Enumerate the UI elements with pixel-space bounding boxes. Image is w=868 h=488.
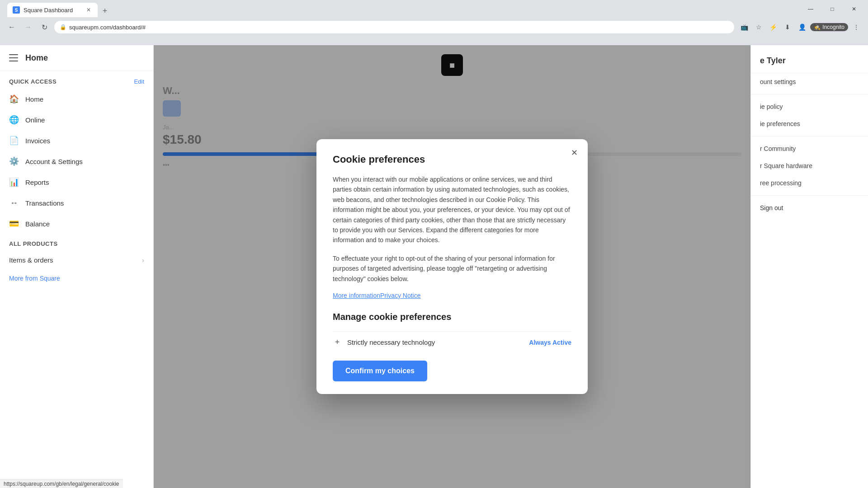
hamburger-menu[interactable] [9, 52, 20, 63]
hamburger-line [9, 61, 18, 61]
expand-cookie-icon[interactable]: + [333, 338, 342, 347]
page: Home Quick access Edit 🏠 Home 🌐 Online 📄… [0, 45, 868, 488]
modal-body: Cookie preferences When you interact wit… [316, 139, 588, 394]
transactions-icon: ↔️ [9, 198, 19, 208]
sidebar-item-home[interactable]: 🏠 Home [0, 89, 153, 109]
sidebar-item-items-orders-label: Items & orders [9, 256, 53, 264]
modal-links: More information Privacy Notice [333, 292, 571, 299]
menu-icon[interactable]: ⋮ [850, 21, 863, 33]
sidebar-item-transactions-label: Transactions [25, 199, 64, 207]
refresh-button[interactable]: ↻ [38, 21, 51, 33]
panel-divider-3 [751, 195, 868, 196]
sidebar: Home Quick access Edit 🏠 Home 🌐 Online 📄… [0, 45, 154, 488]
tab-close-button[interactable]: ✕ [85, 6, 92, 14]
manage-cookies-title: Manage cookie preferences [333, 312, 571, 322]
forward-button[interactable]: → [22, 21, 34, 33]
right-panel-title: e Tyler [751, 52, 868, 73]
panel-item-cookie-policy[interactable]: ie policy [751, 98, 868, 115]
panel-divider [751, 94, 868, 94]
main-content: ■ W... Ja... $15.80 ••• ✕ Cookie prefere… [154, 45, 750, 488]
url-text: squareupm.com/dashboard/# [69, 24, 146, 31]
cookie-item-label: Strictly necessary technology [347, 338, 435, 346]
gear-icon: ⚙️ [9, 156, 19, 166]
modal-paragraph2: To effectuate your right to opt-out of t… [333, 253, 571, 284]
more-information-link[interactable]: More information [333, 292, 380, 299]
status-bar: https://squareup.com/gb/en/legal/general… [0, 479, 123, 488]
tab-favicon: S [13, 6, 20, 14]
cookie-preferences-modal: ✕ Cookie preferences When you interact w… [316, 139, 588, 394]
edit-link[interactable]: Edit [134, 78, 144, 85]
screen-cast-icon[interactable]: 📺 [738, 21, 750, 33]
hamburger-line [9, 57, 18, 58]
address-bar[interactable]: 🔒 squareupm.com/dashboard/# [54, 21, 734, 33]
home-icon: 🏠 [9, 94, 19, 104]
cookie-item-necessary: + Strictly necessary technology Always A… [333, 331, 571, 353]
sidebar-item-transactions[interactable]: ↔️ Transactions [0, 192, 153, 213]
sidebar-item-balance[interactable]: 💳 Balance [0, 213, 153, 234]
profile-icon[interactable]: 👤 [796, 21, 808, 33]
tab-bar: S Square Dashboard ✕ + [4, 1, 115, 17]
sidebar-item-invoices-label: Invoices [25, 137, 50, 145]
panel-item-sign-out[interactable]: Sign out [751, 199, 868, 216]
panel-item-account-settings[interactable]: ount settings [751, 73, 868, 90]
chevron-right-icon: › [142, 257, 144, 264]
panel-divider-2 [751, 136, 868, 136]
sidebar-item-reports[interactable]: 📊 Reports [0, 172, 153, 192]
sidebar-item-balance-label: Balance [25, 220, 50, 228]
more-from-square-link[interactable]: More from Square [0, 269, 153, 287]
status-url: https://squareup.com/gb/en/legal/general… [4, 481, 119, 487]
sidebar-title: Home [25, 53, 48, 63]
sidebar-item-account-settings[interactable]: ⚙️ Account & Settings [0, 151, 153, 172]
sidebar-item-items-orders[interactable]: Items & orders › [0, 251, 153, 269]
sidebar-item-online-label: Online [25, 116, 45, 124]
extension-icon[interactable]: ⚡ [767, 21, 779, 33]
sidebar-header: Home [0, 45, 153, 71]
cookie-row-left: + Strictly necessary technology [333, 338, 435, 347]
close-button[interactable]: ✕ [844, 2, 864, 16]
minimize-button[interactable]: — [800, 2, 821, 16]
globe-icon: 🌐 [9, 115, 19, 125]
browser-controls-right: 📺 ☆ ⚡ ⬇ 👤 🕵 Incognito ⋮ [738, 21, 863, 33]
maximize-button[interactable]: □ [822, 2, 843, 16]
tab-title: Square Dashboard [24, 7, 73, 14]
modal-paragraph1: When you interact with our mobile applic… [333, 174, 571, 245]
window-controls: — □ ✕ [800, 2, 864, 16]
download-icon[interactable]: ⬇ [781, 21, 794, 33]
star-icon[interactable]: ☆ [752, 21, 765, 33]
sidebar-item-invoices[interactable]: 📄 Invoices [0, 130, 153, 151]
sidebar-item-account-settings-label: Account & Settings [25, 158, 83, 165]
right-panel: e Tyler ount settings ie policy ie prefe… [750, 45, 868, 488]
hamburger-line [9, 54, 18, 55]
sidebar-item-online[interactable]: 🌐 Online [0, 109, 153, 130]
quick-access-header: Quick access Edit [0, 71, 153, 89]
privacy-notice-link[interactable]: Privacy Notice [380, 292, 420, 299]
modal-title: Cookie preferences [333, 154, 571, 165]
all-products-header: All products [0, 234, 153, 251]
lock-icon: 🔒 [60, 24, 66, 30]
active-tab[interactable]: S Square Dashboard ✕ [7, 3, 98, 17]
confirm-choices-button[interactable]: Confirm my choices [333, 361, 427, 381]
incognito-label: Incognito [822, 24, 844, 30]
incognito-icon: 🕵 [814, 24, 821, 30]
reports-icon: 📊 [9, 177, 19, 187]
browser-chrome: S Square Dashboard ✕ + — □ ✕ ← → ↻ 🔒 squ… [0, 0, 868, 45]
new-tab-button[interactable]: + [99, 5, 111, 17]
incognito-badge: 🕵 Incognito [810, 23, 848, 31]
invoice-icon: 📄 [9, 136, 19, 145]
sidebar-item-home-label: Home [25, 95, 43, 103]
browser-titlebar: S Square Dashboard ✕ + — □ ✕ [0, 0, 868, 18]
address-bar-row: ← → ↻ 🔒 squareupm.com/dashboard/# 📺 ☆ ⚡ … [0, 18, 868, 36]
panel-item-community[interactable]: r Community [751, 140, 868, 157]
modal-close-button[interactable]: ✕ [568, 146, 580, 159]
balance-icon: 💳 [9, 219, 19, 229]
panel-item-free-processing[interactable]: ree processing [751, 174, 868, 192]
panel-item-cookie-preferences[interactable]: ie preferences [751, 115, 868, 132]
back-button[interactable]: ← [5, 21, 18, 33]
sidebar-item-reports-label: Reports [25, 178, 49, 186]
always-active-label: Always Active [529, 339, 571, 346]
panel-item-square-hardware[interactable]: r Square hardware [751, 157, 868, 174]
quick-access-label: Quick access [9, 78, 57, 85]
